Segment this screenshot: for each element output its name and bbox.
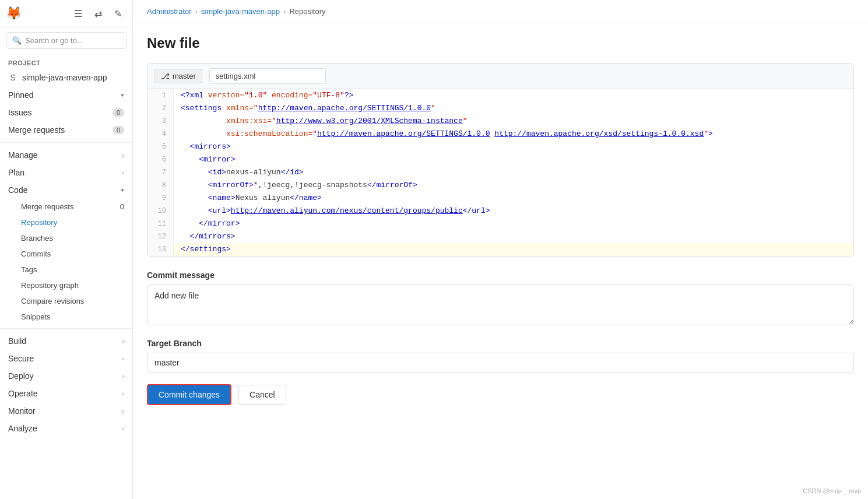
sidebar-sub-repository-graph[interactable]: Repository graph (0, 277, 132, 293)
code-editor[interactable]: 1 <?xml version="1.0" encoding="UTF-8"?>… (147, 89, 853, 256)
secure-arrow: › (122, 355, 124, 362)
repository-label: Repository (21, 218, 57, 227)
manage-label: Manage (8, 150, 38, 160)
sidebar-item-issues[interactable]: Issues 0 (0, 104, 132, 121)
line-num-1: 1 (147, 89, 174, 102)
code-line-9: 9 <name>Nexus aliyun</name> (147, 192, 853, 205)
line-content-8: <mirrorOf>*,!jeecg,!jeecg-snapshots</mir… (174, 179, 853, 192)
monitor-arrow: › (122, 407, 124, 414)
sidebar-item-build[interactable]: Build › (0, 332, 132, 350)
secure-label: Secure (8, 354, 34, 363)
sidebar-sub-commits[interactable]: Commits (0, 246, 132, 262)
sidebar-item-pinned[interactable]: Pinned ▾ (0, 86, 132, 104)
sidebar-item-manage[interactable]: Manage › (0, 146, 132, 164)
line-num-11: 11 (147, 217, 174, 230)
code-line-7: 7 <id>nexus-aliyun</id> (147, 166, 853, 179)
code-line-1: 1 <?xml version="1.0" encoding="UTF-8"?> (147, 89, 853, 102)
code-line-10: 10 <url>http://maven.aliyun.com/nexus/co… (147, 205, 853, 217)
code-line-4: 4 xsi:schemaLocation="http://maven.apach… (147, 128, 853, 140)
line-content-4: xsi:schemaLocation="http://maven.apache.… (174, 128, 853, 140)
sidebar-edit-btn[interactable]: ✎ (109, 5, 126, 22)
issues-label: Issues (8, 108, 31, 117)
target-branch-input[interactable] (147, 353, 854, 373)
deploy-arrow: › (122, 373, 124, 379)
sidebar-sub-snippets[interactable]: Snippets (0, 309, 132, 325)
main-content: Administrator › simple-java-maven-app › … (133, 0, 868, 499)
plan-label: Plan (8, 168, 24, 177)
breadcrumb-admin[interactable]: Administrator (147, 7, 192, 16)
compare-revisions-label: Compare revisions (21, 297, 84, 305)
code-label: Code (8, 185, 27, 195)
sidebar-sub-repository[interactable]: Repository (0, 215, 132, 230)
line-num-6: 6 (147, 153, 174, 166)
analyze-label: Analyze (8, 424, 37, 433)
divider-2 (0, 328, 132, 329)
search-icon: 🔍 (12, 36, 22, 45)
commit-message-input[interactable]: Add new file (147, 284, 854, 325)
line-content-1: <?xml version="1.0" encoding="UTF-8"?> (174, 89, 853, 102)
sidebar-merge-btn[interactable]: ⇄ (89, 5, 107, 22)
deploy-label: Deploy (8, 371, 34, 381)
sep-2: › (283, 7, 286, 16)
editor-toolbar: ⎇ master (147, 64, 853, 89)
sep-1: › (195, 7, 198, 16)
commit-message-label: Commit message (147, 270, 854, 280)
operate-arrow: › (122, 390, 124, 397)
code-line-11: 11 </mirror> (147, 217, 853, 230)
form-actions: Commit changes Cancel (147, 384, 854, 405)
code-line-2: 2 <settings xmlns="http://maven.apache.o… (147, 102, 853, 115)
line-content-2: <settings xmlns="http://maven.apache.org… (174, 102, 853, 115)
sidebar-sub-compare-revisions[interactable]: Compare revisions (0, 293, 132, 309)
commit-changes-button[interactable]: Commit changes (147, 384, 231, 405)
sidebar-menu-toggle[interactable]: ☰ (69, 5, 87, 22)
search-box[interactable]: 🔍 Search or go to... (6, 32, 126, 49)
cancel-button[interactable]: Cancel (238, 385, 286, 405)
line-content-11: </mirror> (174, 217, 853, 230)
search-placeholder: Search or go to... (25, 36, 83, 45)
sidebar: 🦊 ☰ ⇄ ✎ 🔍 Search or go to... Project S s… (0, 0, 133, 499)
breadcrumb: Administrator › simple-java-maven-app › … (133, 0, 868, 23)
filename-input[interactable] (209, 68, 326, 84)
sidebar-item-secure[interactable]: Secure › (0, 350, 132, 367)
code-line-3: 3 xmlns:xsi="http://www.w3.org/2001/XMLS… (147, 115, 853, 128)
code-merge-badge: 0 (120, 202, 124, 211)
sidebar-project-name: simple-java-maven-app (22, 73, 107, 82)
code-line-12: 12 </mirrors> (147, 230, 853, 243)
project-icon: S (8, 73, 17, 82)
branch-name: master (173, 72, 196, 80)
sidebar-item-merge-requests[interactable]: Merge requests 0 (0, 121, 132, 139)
pinned-label: Pinned (8, 90, 34, 100)
line-content-5: <mirrors> (174, 140, 853, 153)
sidebar-top: 🦊 ☰ ⇄ ✎ (0, 0, 132, 27)
line-num-5: 5 (147, 140, 174, 153)
code-line-6: 6 <mirror> (147, 153, 853, 166)
project-label: Project (0, 54, 132, 69)
sidebar-item-project[interactable]: S simple-java-maven-app (0, 69, 132, 86)
sidebar-item-code[interactable]: Code ▾ (0, 181, 132, 199)
line-content-10: <url>http://maven.aliyun.com/nexus/conte… (174, 205, 853, 217)
sidebar-item-analyze[interactable]: Analyze › (0, 420, 132, 437)
commit-message-section: Commit message Add new file (147, 270, 854, 327)
merge-requests-badge: 0 (113, 126, 124, 134)
repository-graph-label: Repository graph (21, 281, 79, 290)
sidebar-item-monitor[interactable]: Monitor › (0, 402, 132, 420)
tags-label: Tags (21, 265, 37, 274)
line-num-8: 8 (147, 179, 174, 192)
sidebar-item-operate[interactable]: Operate › (0, 385, 132, 402)
sidebar-sub-tags[interactable]: Tags (0, 262, 132, 277)
sidebar-item-plan[interactable]: Plan › (0, 164, 132, 181)
line-content-12: </mirrors> (174, 230, 853, 243)
sidebar-sub-merge-requests[interactable]: Merge requests 0 (0, 199, 132, 215)
line-num-12: 12 (147, 230, 174, 243)
sidebar-item-deploy[interactable]: Deploy › (0, 367, 132, 385)
page-content: New file ⎇ master 1 <?xml version="1.0" … (133, 23, 868, 417)
code-line-8: 8 <mirrorOf>*,!jeecg,!jeecg-snapshots</m… (147, 179, 853, 192)
branch-badge: ⎇ master (154, 69, 202, 83)
breadcrumb-project[interactable]: simple-java-maven-app (201, 7, 280, 16)
sidebar-sub-branches[interactable]: Branches (0, 230, 132, 246)
target-branch-label: Target Branch (147, 339, 854, 348)
code-line-5: 5 <mirrors> (147, 140, 853, 153)
plan-arrow: › (122, 169, 124, 176)
line-content-13: </settings> (174, 243, 853, 256)
build-label: Build (8, 336, 26, 346)
